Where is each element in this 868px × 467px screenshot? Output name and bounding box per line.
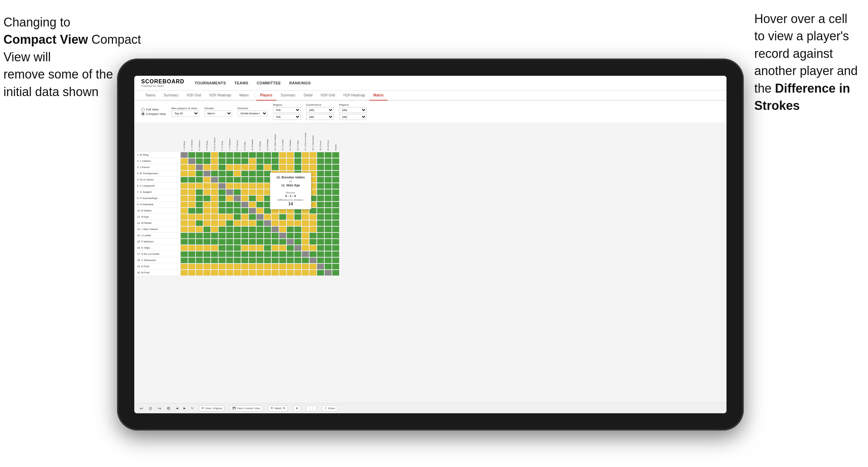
grid-cell[interactable] <box>226 239 233 245</box>
grid-cell[interactable] <box>196 201 203 208</box>
grid-cell[interactable] <box>249 164 256 170</box>
grid-cell[interactable] <box>332 195 339 201</box>
grid-cell[interactable] <box>309 257 317 263</box>
nav-committee[interactable]: COMMITTEE <box>257 80 281 86</box>
grid-cell[interactable] <box>309 251 317 257</box>
layout-btn[interactable]: ⊞ <box>293 405 301 411</box>
grid-cell[interactable] <box>302 245 309 251</box>
grid-cell[interactable] <box>264 245 271 251</box>
grid-cell[interactable] <box>218 170 226 177</box>
grid-cell[interactable] <box>279 245 286 251</box>
grid-cell[interactable] <box>256 183 264 189</box>
grid-cell[interactable] <box>218 220 226 226</box>
grid-cell[interactable] <box>286 158 294 164</box>
grid-cell[interactable] <box>188 263 196 270</box>
grid-cell[interactable] <box>241 183 249 189</box>
grid-cell[interactable] <box>226 195 233 201</box>
grid-cell[interactable] <box>256 152 264 158</box>
grid-cell[interactable] <box>324 189 332 195</box>
grid-cell[interactable] <box>226 220 233 226</box>
grid-cell[interactable] <box>324 170 332 177</box>
grid-cell[interactable] <box>317 214 324 220</box>
grid-cell[interactable] <box>226 208 233 214</box>
grid-cell[interactable] <box>226 170 233 177</box>
grid-cell[interactable] <box>249 201 256 208</box>
grid-cell[interactable] <box>188 226 196 232</box>
grid-cell[interactable] <box>211 177 218 183</box>
grid-cell[interactable] <box>226 189 233 195</box>
grid-cell[interactable] <box>302 152 309 158</box>
grid-cell[interactable] <box>196 195 203 201</box>
grid-cell[interactable] <box>332 189 339 195</box>
grid-cell[interactable] <box>302 220 309 226</box>
grid-cell[interactable] <box>203 195 211 201</box>
redo-btn[interactable]: ↪ <box>158 406 161 411</box>
grid-cell[interactable] <box>196 208 203 214</box>
grid-cell[interactable] <box>233 189 241 195</box>
grid-cell[interactable] <box>317 245 324 251</box>
grid-cell[interactable] <box>256 158 264 164</box>
grid-cell[interactable] <box>279 239 286 245</box>
grid-cell[interactable] <box>218 270 226 276</box>
grid-cell[interactable] <box>324 245 332 251</box>
grid-cell[interactable] <box>218 164 226 170</box>
grid-cell[interactable] <box>249 189 256 195</box>
grid-cell[interactable] <box>256 232 264 239</box>
grid-cell[interactable] <box>226 226 233 232</box>
grid-cell[interactable] <box>180 189 188 195</box>
region-select[interactable]: N/A <box>273 107 301 113</box>
gender-select[interactable]: Men's Women's <box>205 111 232 116</box>
grid-cell[interactable] <box>196 183 203 189</box>
grid-cell[interactable] <box>309 270 317 276</box>
grid-cell[interactable] <box>279 257 286 263</box>
grid-cell[interactable] <box>271 220 279 226</box>
grid-cell[interactable] <box>271 214 279 220</box>
grid-cell[interactable] <box>211 183 218 189</box>
grid-cell[interactable] <box>256 263 264 270</box>
grid-cell[interactable] <box>332 239 339 245</box>
grid-cell[interactable] <box>180 270 188 276</box>
grid-cell[interactable] <box>332 226 339 232</box>
grid-cell[interactable] <box>233 270 241 276</box>
grid-cell[interactable] <box>256 170 264 177</box>
grid-cell[interactable] <box>294 251 302 257</box>
grid-cell[interactable] <box>218 245 226 251</box>
grid-cell[interactable] <box>264 270 271 276</box>
grid-cell[interactable] <box>324 257 332 263</box>
grid-cell[interactable] <box>309 239 317 245</box>
grid-cell[interactable] <box>317 263 324 270</box>
grid-cell[interactable] <box>256 208 264 214</box>
grid-cell[interactable] <box>233 251 241 257</box>
grid-cell[interactable] <box>203 220 211 226</box>
grid-cell[interactable] <box>180 263 188 270</box>
grid-cell[interactable] <box>264 164 271 170</box>
grid-cell[interactable] <box>188 195 196 201</box>
grid-cell[interactable] <box>317 226 324 232</box>
grid-cell[interactable] <box>241 245 249 251</box>
grid-cell[interactable] <box>233 152 241 158</box>
grid-cell[interactable] <box>188 270 196 276</box>
grid-cell[interactable] <box>180 164 188 170</box>
grid-cell[interactable] <box>249 263 256 270</box>
grid-cell[interactable] <box>233 177 241 183</box>
grid-cell[interactable] <box>332 164 339 170</box>
division-select[interactable]: NCAA Division I <box>238 111 268 116</box>
grid-cell[interactable] <box>279 214 286 220</box>
grid-cell[interactable] <box>271 245 279 251</box>
grid-cell[interactable] <box>256 214 264 220</box>
grid-cell[interactable] <box>249 158 256 164</box>
tab-players[interactable]: Players <box>256 91 277 101</box>
grid-cell[interactable] <box>286 214 294 220</box>
grid-cell[interactable] <box>218 263 226 270</box>
grid-cell[interactable] <box>188 189 196 195</box>
grid-cell[interactable] <box>203 214 211 220</box>
grid-cell[interactable] <box>309 232 317 239</box>
grid-cell[interactable] <box>180 214 188 220</box>
grid-cell[interactable] <box>302 239 309 245</box>
grid-cell[interactable] <box>180 257 188 263</box>
grid-cell[interactable] <box>256 239 264 245</box>
grid-cell[interactable] <box>196 214 203 220</box>
grid-cell[interactable] <box>203 226 211 232</box>
grid-cell[interactable] <box>324 208 332 214</box>
grid-cell[interactable] <box>226 245 233 251</box>
